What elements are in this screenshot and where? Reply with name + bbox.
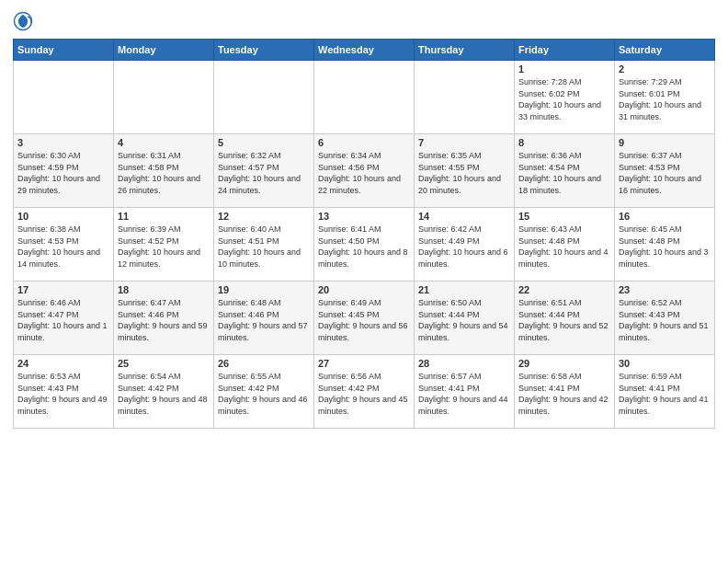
day-header-saturday: Saturday	[615, 40, 715, 61]
week-row-4: 24Sunrise: 6:53 AM Sunset: 4:43 PM Dayli…	[14, 355, 715, 429]
day-number: 16	[619, 211, 711, 222]
calendar-cell: 15Sunrise: 6:43 AM Sunset: 4:48 PM Dayli…	[515, 208, 615, 282]
calendar-cell: 19Sunrise: 6:48 AM Sunset: 4:46 PM Dayli…	[214, 282, 314, 355]
day-header-friday: Friday	[515, 40, 615, 61]
day-number: 11	[118, 211, 210, 222]
logo-icon	[13, 11, 33, 31]
day-info: Sunrise: 6:52 AM Sunset: 4:43 PM Dayligh…	[619, 297, 711, 343]
day-info: Sunrise: 6:59 AM Sunset: 4:41 PM Dayligh…	[619, 371, 711, 417]
calendar-cell: 28Sunrise: 6:57 AM Sunset: 4:41 PM Dayli…	[415, 355, 515, 429]
page: SundayMondayTuesdayWednesdayThursdayFrid…	[0, 0, 728, 563]
day-number: 20	[318, 284, 410, 295]
day-info: Sunrise: 6:35 AM Sunset: 4:55 PM Dayligh…	[418, 150, 510, 196]
day-info: Sunrise: 7:28 AM Sunset: 6:02 PM Dayligh…	[518, 76, 610, 122]
day-number: 10	[17, 211, 109, 222]
day-number: 1	[518, 63, 610, 75]
day-number: 9	[619, 137, 711, 148]
calendar-cell: 3Sunrise: 6:30 AM Sunset: 4:59 PM Daylig…	[14, 134, 114, 208]
day-info: Sunrise: 6:42 AM Sunset: 4:49 PM Dayligh…	[418, 224, 510, 270]
calendar-cell: 24Sunrise: 6:53 AM Sunset: 4:43 PM Dayli…	[14, 355, 114, 429]
day-number: 15	[518, 211, 610, 222]
calendar-header: SundayMondayTuesdayWednesdayThursdayFrid…	[14, 40, 715, 61]
day-number: 28	[418, 358, 510, 369]
day-info: Sunrise: 6:39 AM Sunset: 4:52 PM Dayligh…	[118, 224, 210, 270]
day-number: 7	[418, 137, 510, 148]
day-number: 29	[518, 358, 610, 369]
calendar-cell: 12Sunrise: 6:40 AM Sunset: 4:51 PM Dayli…	[214, 208, 314, 282]
day-info: Sunrise: 6:56 AM Sunset: 4:42 PM Dayligh…	[318, 371, 410, 417]
calendar-cell	[114, 61, 214, 134]
day-info: Sunrise: 6:45 AM Sunset: 4:48 PM Dayligh…	[619, 224, 711, 270]
calendar-cell: 10Sunrise: 6:38 AM Sunset: 4:53 PM Dayli…	[14, 208, 114, 282]
day-info: Sunrise: 6:53 AM Sunset: 4:43 PM Dayligh…	[17, 371, 109, 417]
calendar-cell	[14, 61, 114, 134]
calendar-cell: 7Sunrise: 6:35 AM Sunset: 4:55 PM Daylig…	[415, 134, 515, 208]
calendar-cell: 2Sunrise: 7:29 AM Sunset: 6:01 PM Daylig…	[615, 61, 715, 134]
day-info: Sunrise: 6:51 AM Sunset: 4:44 PM Dayligh…	[518, 297, 610, 343]
day-number: 14	[418, 211, 510, 222]
calendar-cell	[415, 61, 515, 134]
calendar-cell: 21Sunrise: 6:50 AM Sunset: 4:44 PM Dayli…	[415, 282, 515, 355]
day-number: 13	[318, 211, 410, 222]
day-info: Sunrise: 6:46 AM Sunset: 4:47 PM Dayligh…	[17, 297, 109, 343]
day-number: 23	[619, 284, 711, 295]
day-info: Sunrise: 6:41 AM Sunset: 4:50 PM Dayligh…	[318, 224, 410, 270]
calendar-table: SundayMondayTuesdayWednesdayThursdayFrid…	[13, 39, 715, 429]
day-info: Sunrise: 6:30 AM Sunset: 4:59 PM Dayligh…	[17, 150, 109, 196]
calendar-cell: 9Sunrise: 6:37 AM Sunset: 4:53 PM Daylig…	[615, 134, 715, 208]
calendar-cell: 17Sunrise: 6:46 AM Sunset: 4:47 PM Dayli…	[14, 282, 114, 355]
day-info: Sunrise: 6:40 AM Sunset: 4:51 PM Dayligh…	[218, 224, 310, 270]
day-info: Sunrise: 6:47 AM Sunset: 4:46 PM Dayligh…	[118, 297, 210, 343]
day-number: 2	[619, 63, 711, 75]
day-number: 5	[218, 137, 310, 148]
calendar-cell: 30Sunrise: 6:59 AM Sunset: 4:41 PM Dayli…	[615, 355, 715, 429]
calendar-cell: 13Sunrise: 6:41 AM Sunset: 4:50 PM Dayli…	[314, 208, 415, 282]
calendar-cell: 8Sunrise: 6:36 AM Sunset: 4:54 PM Daylig…	[515, 134, 615, 208]
calendar-cell: 6Sunrise: 6:34 AM Sunset: 4:56 PM Daylig…	[314, 134, 415, 208]
calendar-cell: 25Sunrise: 6:54 AM Sunset: 4:42 PM Dayli…	[114, 355, 214, 429]
day-info: Sunrise: 6:38 AM Sunset: 4:53 PM Dayligh…	[17, 224, 109, 270]
day-info: Sunrise: 6:37 AM Sunset: 4:53 PM Dayligh…	[619, 150, 711, 196]
day-header-tuesday: Tuesday	[214, 40, 314, 61]
header	[13, 9, 715, 33]
calendar-cell: 22Sunrise: 6:51 AM Sunset: 4:44 PM Dayli…	[515, 282, 615, 355]
day-number: 24	[17, 358, 109, 369]
day-number: 26	[218, 358, 310, 369]
week-row-2: 10Sunrise: 6:38 AM Sunset: 4:53 PM Dayli…	[14, 208, 715, 282]
calendar-body: 1Sunrise: 7:28 AM Sunset: 6:02 PM Daylig…	[14, 61, 715, 429]
week-row-1: 3Sunrise: 6:30 AM Sunset: 4:59 PM Daylig…	[14, 134, 715, 208]
week-row-0: 1Sunrise: 7:28 AM Sunset: 6:02 PM Daylig…	[14, 61, 715, 134]
day-header-monday: Monday	[114, 40, 214, 61]
calendar-cell: 23Sunrise: 6:52 AM Sunset: 4:43 PM Dayli…	[615, 282, 715, 355]
calendar-cell: 4Sunrise: 6:31 AM Sunset: 4:58 PM Daylig…	[114, 134, 214, 208]
day-header-thursday: Thursday	[415, 40, 515, 61]
day-info: Sunrise: 6:48 AM Sunset: 4:46 PM Dayligh…	[218, 297, 310, 343]
logo	[13, 13, 37, 33]
header-row: SundayMondayTuesdayWednesdayThursdayFrid…	[14, 40, 715, 61]
day-info: Sunrise: 6:57 AM Sunset: 4:41 PM Dayligh…	[418, 371, 510, 417]
day-number: 19	[218, 284, 310, 295]
day-number: 17	[17, 284, 109, 295]
calendar-cell: 26Sunrise: 6:55 AM Sunset: 4:42 PM Dayli…	[214, 355, 314, 429]
day-header-wednesday: Wednesday	[314, 40, 415, 61]
calendar-cell: 5Sunrise: 6:32 AM Sunset: 4:57 PM Daylig…	[214, 134, 314, 208]
day-info: Sunrise: 6:34 AM Sunset: 4:56 PM Dayligh…	[318, 150, 410, 196]
day-info: Sunrise: 6:50 AM Sunset: 4:44 PM Dayligh…	[418, 297, 510, 343]
day-number: 25	[118, 358, 210, 369]
calendar-cell: 29Sunrise: 6:58 AM Sunset: 4:41 PM Dayli…	[515, 355, 615, 429]
day-number: 8	[518, 137, 610, 148]
calendar-cell: 1Sunrise: 7:28 AM Sunset: 6:02 PM Daylig…	[515, 61, 615, 134]
calendar-cell: 27Sunrise: 6:56 AM Sunset: 4:42 PM Dayli…	[314, 355, 415, 429]
day-info: Sunrise: 6:54 AM Sunset: 4:42 PM Dayligh…	[118, 371, 210, 417]
calendar-cell: 11Sunrise: 6:39 AM Sunset: 4:52 PM Dayli…	[114, 208, 214, 282]
day-info: Sunrise: 6:43 AM Sunset: 4:48 PM Dayligh…	[518, 224, 610, 270]
day-info: Sunrise: 6:32 AM Sunset: 4:57 PM Dayligh…	[218, 150, 310, 196]
day-info: Sunrise: 6:31 AM Sunset: 4:58 PM Dayligh…	[118, 150, 210, 196]
day-number: 21	[418, 284, 510, 295]
calendar-cell	[214, 61, 314, 134]
day-number: 18	[118, 284, 210, 295]
day-info: Sunrise: 6:58 AM Sunset: 4:41 PM Dayligh…	[518, 371, 610, 417]
calendar-cell: 14Sunrise: 6:42 AM Sunset: 4:49 PM Dayli…	[415, 208, 515, 282]
day-info: Sunrise: 6:55 AM Sunset: 4:42 PM Dayligh…	[218, 371, 310, 417]
day-number: 27	[318, 358, 410, 369]
